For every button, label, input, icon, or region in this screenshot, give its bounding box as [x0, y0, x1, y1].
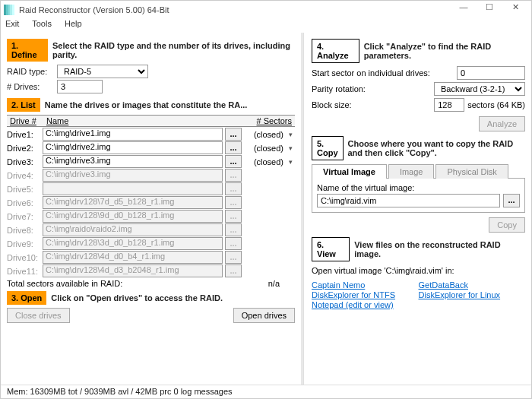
drive-browse-button[interactable]: ... [225, 141, 242, 154]
status-bar: Mem: 16309MB tot / 9039MB avl / 42MB prc… [1, 385, 531, 398]
drive-row-6: Drive6:C:\img\drv128\7d_d5_b128_r1.img..… [7, 196, 295, 209]
drive-row-9: Drive9:C:\img\drv128\3d_d0_b128_r1.img..… [7, 237, 295, 250]
drive-path-input [43, 182, 223, 195]
close-button[interactable]: ✕ [502, 2, 528, 17]
drive-label: Drive4: [7, 171, 40, 180]
drive-label: Drive6: [7, 198, 40, 207]
menu-help[interactable]: Help [65, 19, 82, 28]
maximize-button[interactable]: ☐ [477, 2, 502, 17]
drive-path-input: C:\img\drv128\3d_d0_b128_r1.img [43, 237, 223, 250]
drive-browse-button: ... [225, 251, 242, 264]
drive-row-1: Drive1:C:\img\drive1.img...(closed)▾ [7, 128, 295, 141]
close-drives-button[interactable]: Close drives [7, 308, 70, 323]
step-4-text: Click "Analyze" to find the RAID paramet… [364, 42, 525, 60]
col-drive-num[interactable]: Drive # [10, 116, 46, 125]
drive-browse-button: ... [225, 223, 242, 236]
chevron-down-icon[interactable]: ▾ [286, 131, 295, 138]
drive-path-input: C:\img\raido\raido2.img [43, 223, 223, 236]
chevron-down-icon[interactable]: ▾ [286, 144, 295, 152]
drive-row-2: Drive2:C:\img\drive2.img...(closed)▾ [7, 141, 295, 154]
raid-type-label: RAID type: [7, 67, 52, 76]
parity-rotation-label: Parity rotation: [312, 84, 431, 93]
drive-list: Drive1:C:\img\drive1.img...(closed)▾Driv… [7, 128, 295, 277]
drive-browse-button: ... [225, 169, 242, 182]
app-icon [4, 5, 14, 15]
drive-label: Drive8: [7, 226, 40, 235]
tab-body: Name of the virtual image: ... [312, 179, 525, 213]
vim-label: Name of the virtual image: [317, 183, 520, 192]
drive-path-input: C:\img\drv128\4d_d3_b2048_r1.img [43, 264, 223, 277]
link-captain-nemo[interactable]: Captain Nemo [312, 280, 419, 290]
menu-tools[interactable]: Tools [32, 19, 52, 28]
vim-browse-button[interactable]: ... [503, 194, 520, 207]
drive-row-4: Drive4:C:\img\drive3.img... [7, 169, 295, 182]
drive-label: Drive1: [7, 130, 40, 139]
drive-label: Drive2: [7, 144, 40, 153]
copy-tabs: Virtual Image Image Physical Disk [312, 163, 525, 179]
tab-physical-disk[interactable]: Physical Disk [435, 164, 508, 179]
step-4-analyze-badge: 4. Analyze [312, 39, 359, 63]
title-bar: Raid Reconstructor (Version 5.00) 64-Bit… [1, 1, 531, 19]
open-drives-button[interactable]: Open drives [233, 308, 295, 323]
step-5-text: Choose where you want to copy the RAID a… [348, 139, 526, 157]
drive-status: (closed) [244, 144, 283, 153]
tab-virtual-image[interactable]: Virtual Image [312, 164, 387, 179]
block-size-input[interactable] [434, 98, 464, 112]
chevron-down-icon[interactable]: ▾ [286, 158, 295, 166]
drive-row-3: Drive3:C:\img\drive3.img...(closed)▾ [7, 155, 295, 168]
step-5-copy-badge: 5. Copy [312, 136, 344, 160]
col-name[interactable]: Name [46, 116, 245, 125]
link-diskexplorer-linux[interactable]: DiskExplorer for Linux [419, 290, 526, 299]
view-open-label: Open virtual image 'C:\img\raid.vim' in: [312, 266, 525, 275]
window-title: Raid Reconstructor (Version 5.00) 64-Bit [19, 5, 451, 14]
drive-path-input[interactable]: C:\img\drive3.img [43, 155, 223, 168]
drive-browse-button[interactable]: ... [225, 128, 242, 141]
drive-label: Drive10: [7, 253, 40, 262]
drive-status: (closed) [244, 157, 283, 166]
step-6-text: View files on the reconstructed RAID ima… [354, 240, 525, 258]
col-sectors[interactable]: # Sectors [245, 116, 292, 125]
total-sectors-label: Total sectors available in RAID: [7, 279, 249, 288]
drive-path-input: C:\img\drv128\7d_d5_b128_r1.img [43, 196, 223, 209]
vim-path-input[interactable] [317, 194, 500, 207]
drive-row-7: Drive7:C:\img\drv128\9d_d0_b128_r1.img..… [7, 210, 295, 223]
drive-path-input: C:\img\drv128\4d_d0_b4_r1.img [43, 251, 223, 264]
drive-label: Drive7: [7, 212, 40, 221]
drive-label: Drive9: [7, 239, 40, 249]
drive-row-5: Drive5:... [7, 182, 295, 195]
copy-button[interactable]: Copy [489, 217, 525, 233]
total-sectors-value: n/a [249, 279, 280, 288]
raid-type-select[interactable]: RAID-5 [57, 65, 148, 78]
step-2-list-badge: 2. List [7, 98, 40, 112]
drive-status: (closed) [244, 130, 283, 139]
drive-list-header: Drive # Name # Sectors [7, 115, 295, 127]
link-notepad[interactable]: Notepad (edit or view) [312, 300, 419, 309]
analyze-button[interactable]: Analyze [479, 116, 525, 131]
menu-exit[interactable]: Exit [5, 19, 19, 28]
start-sector-label: Start sector on individual drives: [312, 68, 454, 78]
drive-path-input[interactable]: C:\img\drive2.img [43, 141, 223, 154]
num-drives-label: # Drives: [7, 82, 52, 91]
menu-bar: Exit Tools Help [1, 19, 531, 33]
parity-rotation-select[interactable]: Backward (3-2-1) [434, 82, 525, 96]
step-1-text: Select the RAID type and the number of i… [52, 41, 295, 59]
drive-browse-button[interactable]: ... [225, 155, 242, 168]
minimize-button[interactable]: — [451, 2, 477, 17]
tab-image[interactable]: Image [388, 164, 435, 179]
num-drives-input[interactable] [57, 80, 103, 93]
drive-path-input: C:\img\drive3.img [43, 169, 223, 182]
drive-row-8: Drive8:C:\img\raido\raido2.img... [7, 223, 295, 236]
step-2-text: Name the drives or images that constitut… [45, 100, 248, 109]
drive-row-10: Drive10:C:\img\drv128\4d_d0_b4_r1.img... [7, 251, 295, 264]
start-sector-input[interactable] [457, 66, 525, 80]
link-getdataback[interactable]: GetDataBack [419, 280, 526, 290]
drive-browse-button: ... [225, 264, 242, 277]
step-3-open-badge: 3. Open [7, 291, 46, 305]
block-size-label: Block size: [312, 100, 431, 109]
drive-browse-button: ... [225, 210, 242, 223]
drive-browse-button: ... [225, 237, 242, 250]
drive-path-input[interactable]: C:\img\drive1.img [43, 128, 223, 141]
link-diskexplorer-ntfs[interactable]: DiskExplorer for NTFS [312, 290, 419, 299]
drive-label: Drive3: [7, 157, 40, 166]
drive-browse-button: ... [225, 196, 242, 209]
